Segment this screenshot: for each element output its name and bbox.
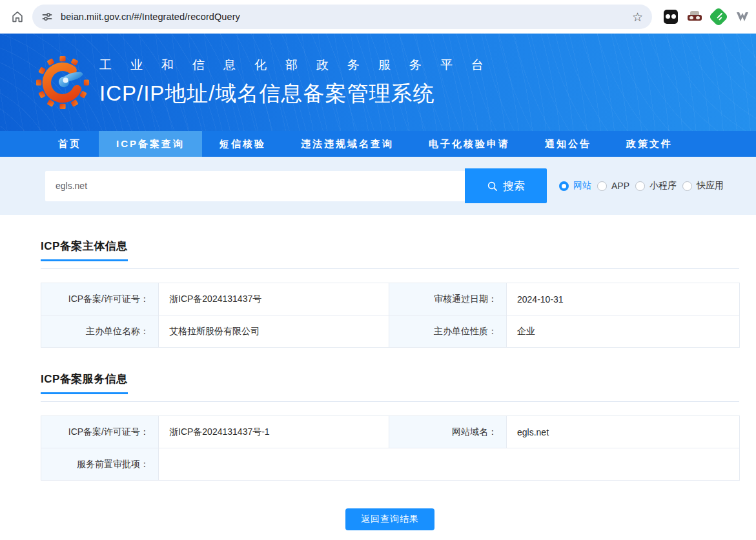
- radio-app[interactable]: APP: [597, 181, 629, 191]
- field-value: egls.net: [507, 416, 740, 448]
- page-title: ICP/IP地址/域名信息备案管理系统: [99, 79, 502, 108]
- search-button[interactable]: 搜索: [465, 168, 547, 203]
- field-value: 2024-10-31: [507, 283, 740, 315]
- subject-section-head: ICP备案主体信息: [41, 239, 739, 269]
- table-row: ICP备案/许可证号： 浙ICP备2024131437号 审核通过日期： 202…: [41, 283, 740, 315]
- main-nav: 首页 ICP备案查询 短信核验 违法违规域名查询 电子化核验申请 通知公告 政策…: [0, 131, 756, 157]
- feedly-extension-icon[interactable]: [708, 6, 728, 26]
- field-label: 服务前置审批项：: [41, 448, 159, 481]
- platform-subtitle: 工业和信息化部政务服务平台: [99, 57, 502, 74]
- table-row: 服务前置审批项：: [41, 448, 740, 481]
- radio-dot-icon: [597, 181, 607, 191]
- section-divider: [41, 268, 739, 269]
- results-content: ICP备案主体信息 ICP备案/许可证号： 浙ICP备2024131437号 审…: [0, 239, 756, 530]
- site-header: 工业和信息化部政务服务平台 ICP/IP地址/域名信息备案管理系统: [0, 34, 756, 131]
- subject-info-table: ICP备案/许可证号： 浙ICP备2024131437号 审核通过日期： 202…: [41, 283, 740, 348]
- site-settings-icon[interactable]: [41, 11, 53, 23]
- field-value: 浙ICP备2024131437号: [159, 283, 389, 315]
- home-icon[interactable]: [6, 6, 28, 28]
- service-section-head: ICP备案服务信息: [41, 372, 739, 402]
- bookmark-star-icon[interactable]: ☆: [632, 11, 643, 23]
- field-value: 艾格拉斯股份有限公司: [159, 315, 389, 348]
- browser-toolbar: beian.miit.gov.cn/#/Integrated/recordQue…: [0, 0, 756, 34]
- field-label: ICP备案/许可证号：: [41, 283, 159, 315]
- url-text: beian.miit.gov.cn/#/Integrated/recordQue…: [61, 12, 240, 22]
- nav-item-notices[interactable]: 通知公告: [527, 131, 609, 157]
- search-button-label: 搜索: [503, 179, 525, 194]
- field-value: 浙ICP备2024131437号-1: [159, 416, 389, 448]
- field-value: [159, 448, 740, 481]
- radio-dot-icon: [635, 181, 645, 191]
- table-row: ICP备案/许可证号： 浙ICP备2024131437号-1 网站域名： egl…: [41, 416, 740, 448]
- field-label: 主办单位性质：: [389, 315, 507, 348]
- radio-dot-icon: [559, 181, 569, 191]
- search-input[interactable]: [45, 171, 465, 201]
- table-row: 主办单位名称： 艾格拉斯股份有限公司 主办单位性质： 企业: [41, 315, 740, 348]
- field-label: 网站域名：: [389, 416, 507, 448]
- radio-dot-icon: [682, 181, 692, 191]
- search-band: 搜索 网站 APP 小程序 快应用: [0, 157, 756, 215]
- radio-mini-program[interactable]: 小程序: [635, 180, 677, 192]
- field-value: 企业: [507, 315, 740, 348]
- extensions-row: [664, 10, 750, 24]
- mask-extension-icon[interactable]: [688, 10, 702, 24]
- section-divider: [41, 401, 739, 402]
- violentmonkey-extension-icon[interactable]: [735, 10, 750, 24]
- service-section-title: ICP备案服务信息: [41, 372, 128, 394]
- address-bar[interactable]: beian.miit.gov.cn/#/Integrated/recordQue…: [32, 5, 652, 29]
- dark-goggles-extension-icon[interactable]: [664, 10, 678, 24]
- field-label: 审核通过日期：: [389, 283, 507, 315]
- nav-item-icp-query[interactable]: ICP备案查询: [99, 131, 202, 157]
- field-label: 主办单位名称：: [41, 315, 159, 348]
- miit-icp-logo-icon: [35, 55, 90, 110]
- nav-item-e-verify-apply[interactable]: 电子化核验申请: [411, 131, 527, 157]
- footer-actions: 返回查询结果: [41, 508, 739, 530]
- back-to-results-button[interactable]: 返回查询结果: [345, 508, 434, 530]
- search-type-options: 网站 APP 小程序 快应用: [553, 180, 724, 192]
- subject-section-title: ICP备案主体信息: [41, 239, 128, 261]
- service-info-table: ICP备案/许可证号： 浙ICP备2024131437号-1 网站域名： egl…: [41, 415, 740, 481]
- nav-item-illegal-domain-query[interactable]: 违法违规域名查询: [283, 131, 411, 157]
- nav-item-policy-files[interactable]: 政策文件: [609, 131, 690, 157]
- nav-item-sms-verify[interactable]: 短信核验: [202, 131, 283, 157]
- field-label: ICP备案/许可证号：: [41, 416, 159, 448]
- radio-website[interactable]: 网站: [559, 180, 591, 192]
- nav-item-home[interactable]: 首页: [41, 131, 99, 157]
- search-icon: [487, 181, 498, 192]
- radio-quick-app[interactable]: 快应用: [682, 180, 724, 192]
